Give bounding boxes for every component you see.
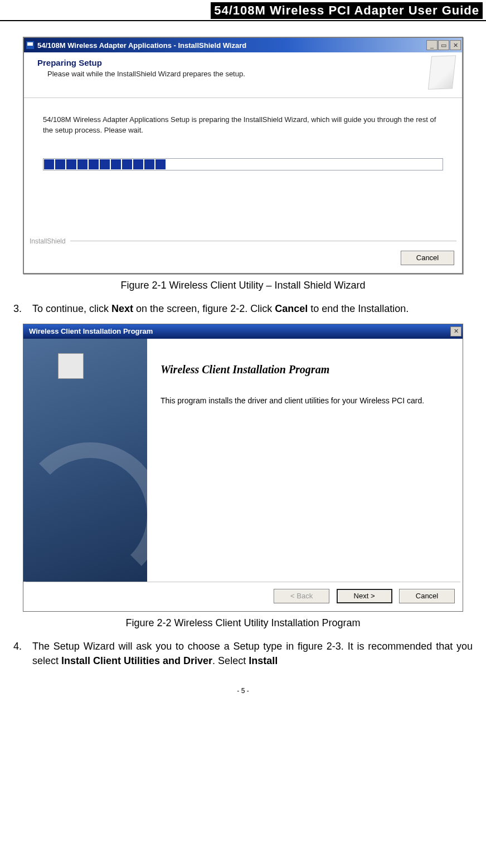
progress-segment — [367, 159, 377, 169]
progress-segment — [189, 159, 199, 169]
progress-segment — [267, 159, 277, 169]
wizard-body-text: This program installs the driver and cli… — [161, 395, 444, 406]
step-number: 3. — [13, 301, 32, 316]
minimize-button[interactable]: _ — [426, 40, 438, 50]
installer-disk-icon — [58, 353, 84, 379]
step3-text-c: to end the Installation. — [308, 303, 409, 314]
wizard-side-graphic — [23, 339, 147, 582]
progress-segment — [345, 159, 355, 169]
step4-text-b: . Select — [212, 655, 249, 666]
svg-rect-1 — [27, 42, 33, 46]
preparing-title: Preparing Setup — [37, 58, 454, 67]
progress-segment — [211, 159, 221, 169]
progress-segment — [133, 159, 143, 169]
document-header: 54/108M Wireless PCI Adapter User Guide — [0, 0, 486, 21]
progress-segment — [323, 159, 333, 169]
progress-segment — [155, 159, 166, 169]
progress-segment — [300, 159, 310, 169]
step3-text-b: on the screen, figure 2-2. Click — [133, 303, 275, 314]
progress-segment — [66, 159, 76, 169]
instruction-step-4: 4. The Setup Wizard will ask you to choo… — [13, 639, 473, 668]
preparing-body-text: 54/108M Wireless Adapter Applications Se… — [24, 98, 462, 142]
step4-bold-a: Install Client Utilities and Driver — [61, 655, 212, 666]
window-title: 54/108M Wireless Adapter Applications - … — [37, 41, 426, 50]
progress-segment — [167, 159, 177, 169]
installshield-label: InstallShield — [30, 237, 66, 245]
document-title: 54/108M Wireless PCI Adapter User Guide — [211, 2, 483, 19]
next-button[interactable]: Next > — [337, 589, 392, 603]
window-titlebar: 54/108M Wireless Adapter Applications - … — [24, 38, 462, 52]
progress-segment — [89, 159, 99, 169]
separator-line — [70, 241, 456, 241]
progress-segment — [334, 159, 344, 169]
progress-segment — [100, 159, 110, 169]
window-titlebar: Wireless Client Installation Program ✕ — [23, 324, 463, 339]
progress-segment — [200, 159, 210, 169]
step-number: 4. — [13, 639, 32, 668]
window-title: Wireless Client Installation Program — [29, 327, 450, 335]
progress-segment — [122, 159, 132, 169]
progress-segment — [356, 159, 366, 169]
wizard-main-panel: Wireless Client Installation Program Thi… — [147, 339, 463, 582]
preparing-subtitle: Please wait while the InstallShield Wiza… — [47, 70, 454, 78]
step3-cancel-keyword: Cancel — [275, 303, 308, 314]
installshield-window: 54/108M Wireless Adapter Applications - … — [23, 37, 463, 274]
preparing-header: Preparing Setup Please wait while the In… — [24, 52, 462, 98]
progress-segment — [390, 159, 400, 169]
progress-segment — [55, 159, 65, 169]
step3-next-keyword: Next — [111, 303, 133, 314]
progress-segment — [77, 159, 88, 169]
progress-segment — [256, 159, 266, 169]
instruction-step-3: 3. To continue, click Next on the screen… — [13, 301, 473, 316]
close-button[interactable]: ✕ — [450, 326, 461, 337]
swoosh-graphic — [18, 442, 163, 587]
progress-bar — [43, 158, 443, 170]
wizard-headline: Wireless Client Installation Program — [161, 363, 444, 376]
client-install-window: Wireless Client Installation Program ✕ W… — [23, 324, 463, 612]
progress-segment — [144, 159, 154, 169]
progress-segment — [234, 159, 244, 169]
close-button[interactable]: ✕ — [450, 40, 461, 50]
progress-segment — [222, 159, 232, 169]
progress-segment — [111, 159, 121, 169]
restore-button[interactable]: ▭ — [438, 40, 449, 50]
app-icon — [25, 40, 35, 50]
page-curl-graphic — [428, 55, 456, 90]
figure1-caption: Figure 2-1 Wireless Client Utility – Ins… — [13, 280, 473, 291]
step3-text-a: To continue, click — [32, 303, 111, 314]
progress-segment — [44, 159, 54, 169]
figure2-caption: Figure 2-2 Wireless Client Utility Insta… — [13, 617, 473, 629]
progress-segment — [278, 159, 288, 169]
progress-segment — [245, 159, 255, 169]
progress-segment — [178, 159, 188, 169]
cancel-button[interactable]: Cancel — [399, 589, 455, 603]
progress-segment — [312, 159, 322, 169]
page-number: - 5 - — [13, 687, 473, 695]
progress-segment — [289, 159, 299, 169]
installshield-separator: InstallShield — [30, 237, 456, 245]
step4-bold-b: Install — [249, 655, 278, 666]
cancel-button[interactable]: Cancel — [401, 251, 454, 265]
progress-segment — [378, 159, 388, 169]
back-button: < Back — [274, 589, 329, 603]
